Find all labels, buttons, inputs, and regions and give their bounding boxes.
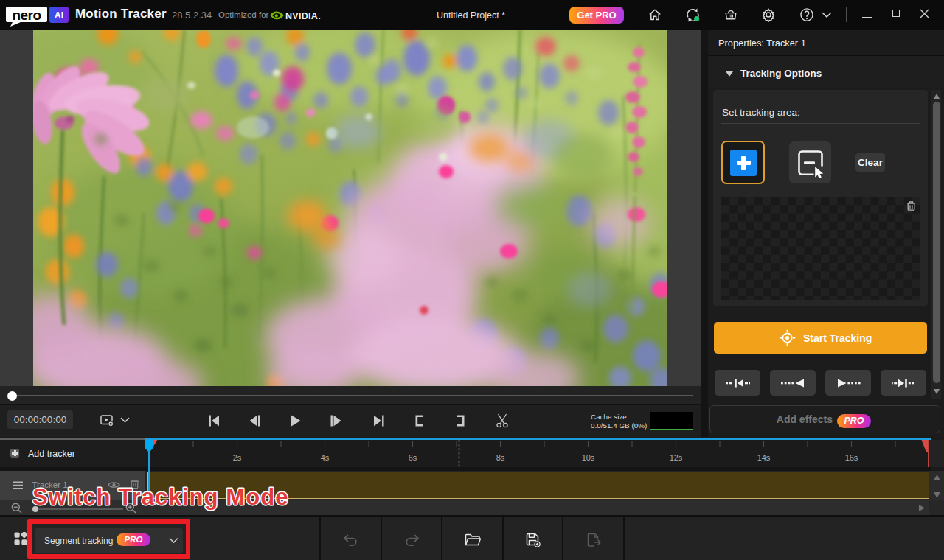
svg-text:4s: 4s xyxy=(321,453,330,462)
svg-text:Switch Tracking Mode: Switch Tracking Mode xyxy=(32,484,289,510)
svg-text:nero: nero xyxy=(12,7,41,23)
svg-text:14s: 14s xyxy=(757,453,771,462)
svg-text:2s: 2s xyxy=(233,453,242,462)
svg-text:NVIDIA.: NVIDIA. xyxy=(285,11,321,21)
svg-text:12s: 12s xyxy=(670,453,683,462)
svg-text:AI: AI xyxy=(55,10,64,21)
svg-text:16s: 16s xyxy=(845,453,858,462)
svg-text:6s: 6s xyxy=(409,453,417,462)
svg-text:8s: 8s xyxy=(496,453,505,462)
svg-text:10s: 10s xyxy=(582,453,595,462)
